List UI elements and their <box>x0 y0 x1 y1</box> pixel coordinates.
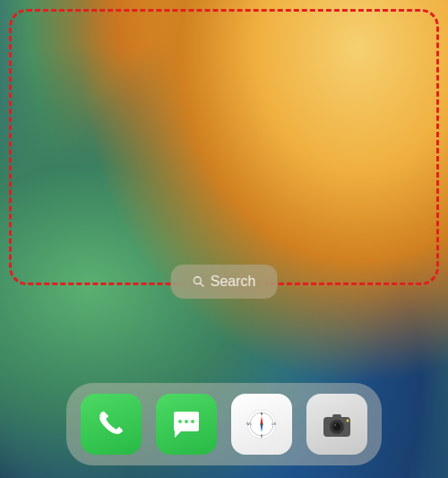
svg-line-1 <box>200 283 203 287</box>
phone-icon <box>91 404 131 444</box>
dock: N S E W <box>66 383 382 465</box>
svg-point-14 <box>261 423 263 426</box>
svg-point-2 <box>178 420 182 423</box>
camera-icon <box>317 404 357 444</box>
svg-point-3 <box>185 420 188 423</box>
search-icon <box>193 275 205 288</box>
search-bar-container[interactable]: Search <box>171 265 278 299</box>
svg-rect-24 <box>332 414 341 418</box>
dock-icon-camera[interactable] <box>306 394 367 455</box>
safari-icon: N S E W <box>242 404 281 444</box>
svg-point-23 <box>334 424 336 426</box>
dock-icon-messages[interactable] <box>156 394 217 455</box>
search-bar[interactable]: Search <box>171 265 278 299</box>
messages-icon <box>167 404 206 444</box>
search-label: Search <box>211 274 256 290</box>
svg-point-4 <box>191 420 194 423</box>
svg-point-25 <box>347 420 349 422</box>
dock-icon-safari[interactable]: N S E W <box>231 394 292 455</box>
dock-icon-phone[interactable] <box>81 394 142 455</box>
svg-text:E: E <box>274 422 277 426</box>
